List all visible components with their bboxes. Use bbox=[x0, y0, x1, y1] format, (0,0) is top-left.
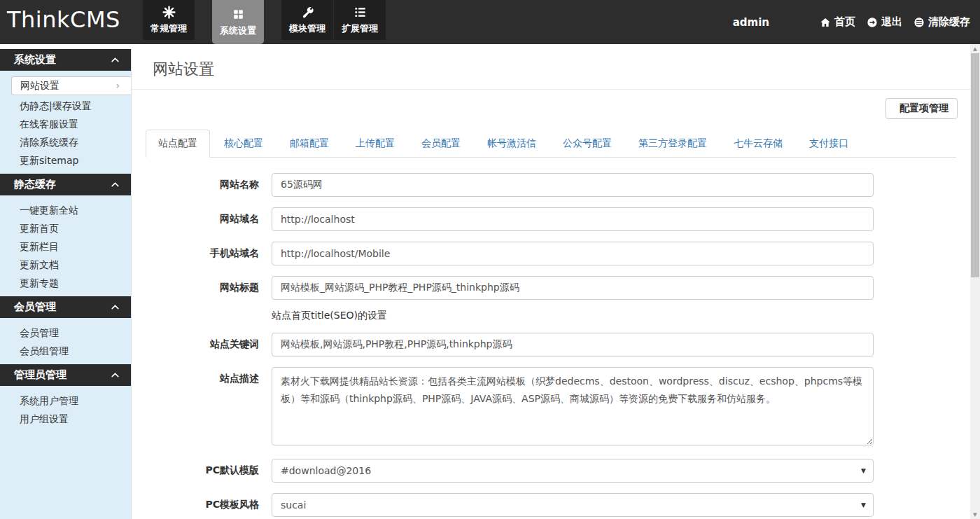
chevron-down-icon: ▼ bbox=[861, 501, 866, 508]
sidebar-section-header[interactable]: 静态缓存 bbox=[0, 174, 131, 195]
site-keywords-input[interactable] bbox=[272, 333, 874, 357]
user-name: admin bbox=[733, 16, 769, 29]
top-link-1[interactable]: 首页 bbox=[820, 15, 855, 29]
site-keywords-label: 站点关键词 bbox=[132, 333, 259, 357]
sidebar-section-header[interactable]: 管理员管理 bbox=[0, 364, 131, 386]
top-link-label: 退出 bbox=[881, 15, 902, 29]
config-manage-button[interactable]: 配置项管理 bbox=[886, 98, 958, 119]
tab-4[interactable]: 上传配置 bbox=[343, 130, 407, 158]
sidebar-item[interactable]: 会员组管理 bbox=[0, 342, 131, 360]
topnav-item-4[interactable]: 扩展管理 bbox=[334, 0, 386, 40]
topnav-item-3[interactable]: 模块管理 bbox=[281, 0, 333, 40]
tab-8[interactable]: 第三方登录配置 bbox=[626, 130, 720, 158]
scrollbar-down-arrow[interactable]: ▼ bbox=[970, 510, 980, 519]
pc-template-style-select-value: sucai bbox=[281, 499, 306, 511]
pc-default-template-field: #download@2016▼ bbox=[272, 459, 874, 483]
main-content: 网站设置 配置项管理 站点配置核心配置邮箱配置上传配置会员配置帐号激活信公众号配… bbox=[132, 44, 970, 519]
sidebar-item[interactable]: 在线客服设置 bbox=[0, 115, 131, 133]
site-name-field bbox=[272, 173, 874, 197]
top-nav: 常规管理系统设置模块管理扩展管理 bbox=[143, 0, 386, 44]
sidebar-item[interactable]: 清除系统缓存 bbox=[0, 133, 131, 151]
scrollbar[interactable]: ▲ ▼ bbox=[970, 44, 980, 519]
sidebar-section-header[interactable]: 会员管理 bbox=[0, 296, 131, 318]
sidebar-item[interactable]: 更新栏目 bbox=[0, 237, 131, 256]
sidebar-item[interactable]: 更新首页 bbox=[0, 219, 131, 237]
sidebar-section-title: 静态缓存 bbox=[14, 178, 56, 191]
topnav-item-1[interactable]: 常规管理 bbox=[143, 0, 195, 40]
sidebar-item[interactable]: 系统用户管理 bbox=[0, 392, 131, 410]
config-manage-label: 配置项管理 bbox=[899, 102, 948, 115]
pc-template-style-label: PC模板风格 bbox=[132, 493, 259, 517]
topnav-item-label: 常规管理 bbox=[150, 22, 187, 35]
sidebar-item-label: 会员管理 bbox=[20, 327, 59, 338]
form-row-site-title: 网站标题站点首页title(SEO)的设置 bbox=[132, 276, 970, 322]
site-name-input[interactable] bbox=[272, 173, 874, 197]
sidebar-item[interactable]: 伪静态|缓存设置 bbox=[0, 97, 131, 115]
list-icon bbox=[354, 6, 367, 19]
wrench-icon bbox=[301, 6, 314, 19]
user-menu[interactable]: admin bbox=[728, 16, 769, 29]
mobile-domain-input[interactable] bbox=[272, 242, 874, 265]
sidebar-item-label: 伪静态|缓存设置 bbox=[20, 100, 92, 111]
sidebar-item[interactable]: 更新专题 bbox=[0, 274, 131, 292]
pc-template-style-select[interactable]: sucai▼ bbox=[272, 493, 874, 517]
chevron-right-icon: › bbox=[115, 77, 120, 95]
sidebar-item-label: 用户组设置 bbox=[20, 413, 69, 424]
sidebar-item-label: 更新栏目 bbox=[20, 241, 59, 252]
settings-form: 网站名称网站域名手机站域名网站标题站点首页title(SEO)的设置站点关键词站… bbox=[132, 158, 970, 517]
pc-default-template-label: PC默认模版 bbox=[132, 459, 259, 483]
sidebar-item[interactable]: 更新sitemap bbox=[0, 151, 131, 169]
form-row-mobile-domain: 手机站域名 bbox=[132, 242, 970, 265]
topbar-links: 首页退出清除缓存 bbox=[808, 15, 970, 29]
grid-icon bbox=[232, 8, 245, 21]
site-domain-input[interactable] bbox=[272, 207, 874, 231]
form-row-pc-default-template: PC默认模版#download@2016▼ bbox=[132, 459, 970, 483]
sidebar-section-title: 系统设置 bbox=[14, 53, 56, 67]
sidebar-item[interactable]: 会员管理 bbox=[0, 324, 131, 342]
sidebar-item-label: 更新文档 bbox=[20, 259, 59, 270]
sidebar-item[interactable]: 用户组设置 bbox=[0, 410, 131, 428]
scrollbar-up-arrow[interactable]: ▲ bbox=[970, 44, 980, 53]
tab-7[interactable]: 公众号配置 bbox=[550, 130, 624, 158]
pc-default-template-select[interactable]: #download@2016▼ bbox=[272, 459, 874, 483]
top-link-label: 首页 bbox=[834, 15, 855, 29]
sidebar-item-label: 更新专题 bbox=[20, 277, 59, 289]
sidebar-item-label: 会员组管理 bbox=[20, 345, 69, 357]
form-row-site-description: 站点描述 bbox=[132, 367, 970, 448]
site-title-help: 站点首页title(SEO)的设置 bbox=[272, 300, 874, 322]
topnav-item-2[interactable]: 系统设置 bbox=[212, 0, 264, 44]
sidebar-section-items: 会员管理会员组管理 bbox=[0, 318, 131, 364]
chevron-up-icon bbox=[111, 180, 120, 189]
chevron-up-icon bbox=[111, 303, 120, 312]
tab-6[interactable]: 帐号激活信 bbox=[475, 130, 549, 158]
tab-2[interactable]: 核心配置 bbox=[211, 130, 276, 158]
tab-1[interactable]: 站点配置 bbox=[146, 130, 210, 158]
form-row-site-keywords: 站点关键词 bbox=[132, 333, 970, 357]
page-header: 网站设置 bbox=[132, 44, 970, 90]
chevron-up-icon bbox=[111, 371, 120, 380]
sidebar-item[interactable]: 网站设置› bbox=[11, 76, 131, 95]
tab-5[interactable]: 会员配置 bbox=[409, 130, 473, 158]
form-row-site-domain: 网站域名 bbox=[132, 207, 970, 231]
toolbar: 配置项管理 bbox=[132, 90, 970, 118]
sidebar-section-title: 会员管理 bbox=[14, 300, 56, 314]
tab-10[interactable]: 支付接口 bbox=[797, 130, 861, 158]
sidebar-item[interactable]: 更新文档 bbox=[0, 256, 131, 274]
tab-9[interactable]: 七牛云存储 bbox=[721, 130, 795, 158]
top-link-2[interactable]: 退出 bbox=[867, 15, 902, 29]
sidebar-item-label: 一键更新全站 bbox=[20, 205, 78, 216]
mobile-domain-field bbox=[272, 242, 874, 265]
sidebar-item-label: 清除系统缓存 bbox=[20, 137, 78, 148]
site-title-field: 站点首页title(SEO)的设置 bbox=[272, 276, 874, 322]
sidebar-section-items: 一键更新全站更新首页更新栏目更新文档更新专题 bbox=[0, 195, 131, 296]
sidebar-section-header[interactable]: 系统设置 bbox=[0, 49, 131, 71]
sidebar-item-label: 网站设置 bbox=[20, 80, 59, 91]
tab-3[interactable]: 邮箱配置 bbox=[277, 130, 342, 158]
scrollbar-thumb[interactable] bbox=[971, 53, 979, 277]
topnav-item-label: 模块管理 bbox=[289, 22, 326, 35]
site-description-textarea[interactable] bbox=[272, 367, 874, 445]
site-title-input[interactable] bbox=[272, 276, 874, 300]
sidebar-item[interactable]: 一键更新全站 bbox=[0, 201, 131, 219]
top-link-3[interactable]: 清除缓存 bbox=[913, 15, 970, 29]
app-logo[interactable]: ThinkCMS bbox=[7, 6, 120, 33]
